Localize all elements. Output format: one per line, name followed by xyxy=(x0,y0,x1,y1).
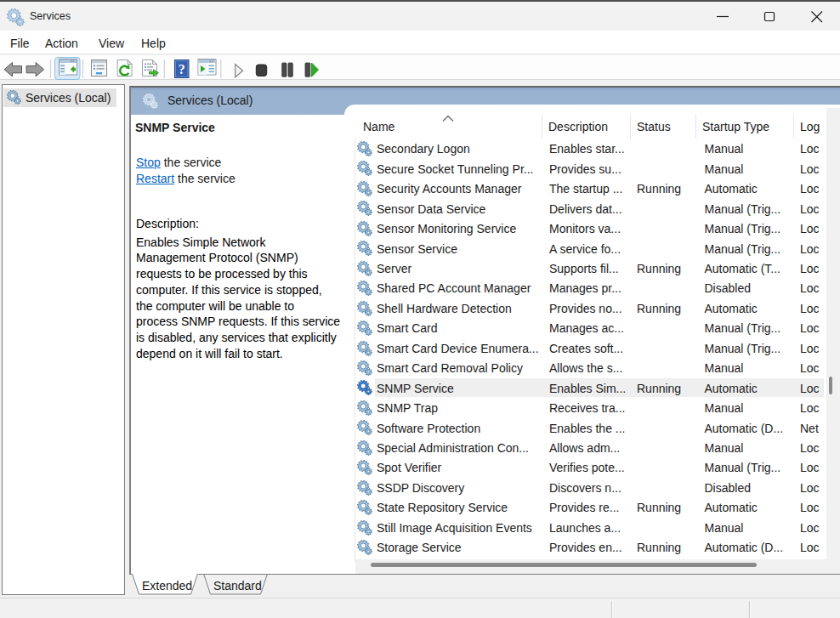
svg-text:?: ? xyxy=(179,62,185,77)
